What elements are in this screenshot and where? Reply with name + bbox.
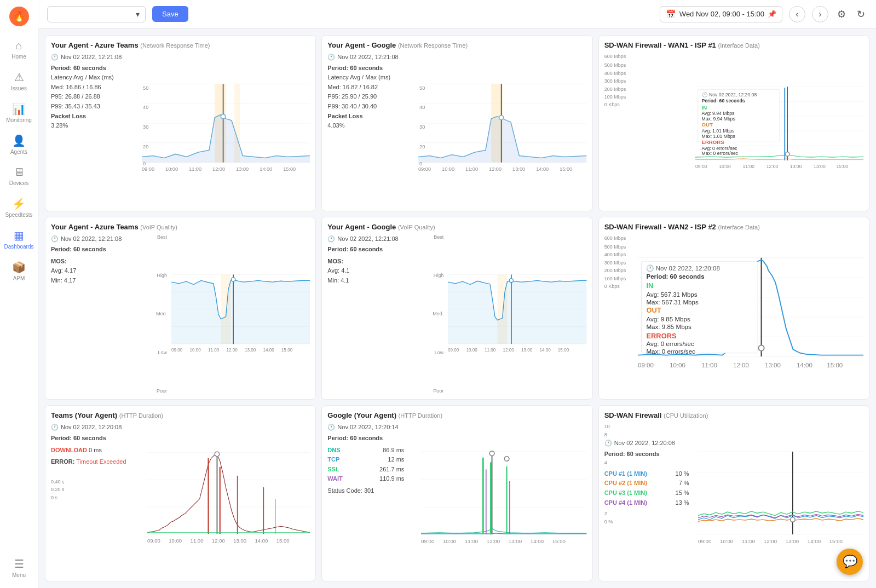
svg-text:40: 40 <box>143 105 148 110</box>
card-stats: 🕐Nov 02 2022, 12:21:08 Period: 60 second… <box>327 53 415 205</box>
y-label-100: 100 Mbps <box>604 275 635 283</box>
svg-text:10:00: 10:00 <box>443 539 457 545</box>
stat-cpu1: CPU #1 (1 MIN)10 % <box>604 469 689 479</box>
svg-text:15:00: 15:00 <box>836 164 848 169</box>
card-teams-http: Teams (Your Agent) (HTTP Duration) 🕐Nov … <box>45 405 316 581</box>
sidebar-item-monitoring[interactable]: 📊 Monitoring <box>2 98 36 128</box>
svg-text:09:00: 09:00 <box>418 166 431 172</box>
sidebar-label-dashboards: Dashboards <box>4 244 34 250</box>
prev-button[interactable]: ‹ <box>789 6 805 22</box>
stat-cpu2: CPU #2 (1 MIN)7 % <box>604 479 689 488</box>
svg-text:10:00: 10:00 <box>189 347 201 352</box>
card-body: 🕐Nov 02 2022, 12:20:14 Period: 60 second… <box>327 423 586 575</box>
sidebar-item-devices[interactable]: 🖥 Devices <box>2 162 36 191</box>
chart-with-y: Best High Med. Low Poor <box>429 234 586 394</box>
svg-text:Max: 9.85 Mbps: Max: 9.85 Mbps <box>646 324 691 330</box>
sidebar-menu-label: Menu <box>12 572 26 578</box>
y-label-0: 0 Kbps <box>604 101 692 108</box>
stat-cpu4: CPU #4 (1 MIN)13 % <box>604 498 689 508</box>
card-sdwan-wan2: SD-WAN Firewall - WAN2 - ISP #2 (Interfa… <box>598 217 869 400</box>
svg-text:12:00: 12:00 <box>226 347 238 352</box>
card-sdwan-wan1: SD-WAN Firewall - WAN1 - ISP #1 (Interfa… <box>598 35 869 211</box>
stat-mos: MOS: <box>51 257 149 267</box>
stat-p99: P99: 30.40 / 30.40 <box>327 102 415 112</box>
stat-y-04: 0.40 s <box>51 478 144 486</box>
stat-med: Med: 16.86 / 16.86 <box>51 83 139 93</box>
stat-timestamp: 🕐Nov 02 2022, 12:21:08 <box>327 234 426 244</box>
svg-text:09:00: 09:00 <box>695 164 707 169</box>
svg-text:14:00: 14:00 <box>536 166 549 172</box>
stat-status: Status Code: 301 <box>327 486 418 496</box>
svg-text:09:00: 09:00 <box>142 166 154 172</box>
dashboard-select[interactable]: ▾ <box>47 6 146 22</box>
chart-svg: 09:00 10:00 11:00 12:00 13:00 14:00 15:0… <box>448 234 586 394</box>
stat-dns: DNS86.9 ms <box>327 446 404 456</box>
chart-svg: 09:00 10:00 11:00 12:00 13:00 14:00 15:0… <box>421 423 586 575</box>
svg-text:09:00: 09:00 <box>421 539 435 545</box>
sidebar-item-speedtests[interactable]: ⚡ Speedtests <box>2 193 36 222</box>
stat-download-val: 0 ms <box>89 447 102 453</box>
chart-area: 09:00 10:00 11:00 12:00 13:00 14:00 15:0… <box>421 423 586 575</box>
stat-p95: P95: 25.90 / 25.90 <box>327 92 415 102</box>
chat-button[interactable]: 💬 <box>837 549 863 575</box>
stat-mos: MOS: <box>327 257 426 267</box>
sidebar-item-issues[interactable]: ⚠ Issues <box>2 66 36 96</box>
chart-area: 50 40 30 20 0 09:00 10:00 11:00 12:00 13… <box>418 53 586 205</box>
y-label-8: 8 <box>604 431 695 439</box>
pin-icon: 📌 <box>768 10 776 18</box>
svg-text:🔥: 🔥 <box>13 10 26 22</box>
svg-point-160 <box>490 451 495 456</box>
dashboards-icon: ▦ <box>14 229 24 242</box>
stat-period: Period: 60 seconds <box>327 64 415 73</box>
next-button[interactable]: › <box>812 6 828 22</box>
card-subtitle: (HTTP Duration) <box>119 412 163 419</box>
sidebar-item-apm[interactable]: 📦 APM <box>2 256 36 286</box>
stat-y-0: 0 s <box>51 494 144 501</box>
svg-text:IN: IN <box>701 105 707 111</box>
svg-text:🕐 Nov 02 2022, 12:20:08: 🕐 Nov 02 2022, 12:20:08 <box>646 264 719 272</box>
svg-text:10:00: 10:00 <box>442 166 454 172</box>
datetime-range[interactable]: 📅 Wed Nov 02, 09:00 - 15:00 📌 <box>660 6 782 22</box>
save-button[interactable]: Save <box>152 6 188 22</box>
card-google-nrt: Your Agent - Google (Network Response Ti… <box>321 35 592 211</box>
sidebar-item-agents[interactable]: 👤 Agents <box>2 130 36 159</box>
svg-text:Max: 9.94 Mbps: Max: 9.94 Mbps <box>701 116 735 122</box>
svg-text:Period: 60 seconds: Period: 60 seconds <box>701 98 745 103</box>
y-label-600: 600 Mbps <box>604 53 692 60</box>
svg-text:11:00: 11:00 <box>742 164 754 169</box>
svg-text:11:00: 11:00 <box>189 166 201 172</box>
apm-icon: 📦 <box>12 261 26 274</box>
stat-download-row: DOWNLOAD 0 ms <box>51 446 144 456</box>
sidebar-item-dashboards[interactable]: ▦ Dashboards <box>2 224 36 254</box>
refresh-button[interactable]: ↻ <box>855 6 867 22</box>
svg-text:14:00: 14:00 <box>807 539 821 545</box>
svg-text:13:00: 13:00 <box>236 166 249 172</box>
mos-y-axis: Best High Med. Low Poor <box>429 234 446 394</box>
svg-text:11:00: 11:00 <box>485 347 496 352</box>
svg-text:12:00: 12:00 <box>764 539 777 545</box>
settings-button[interactable]: ⚙ <box>835 6 848 22</box>
svg-text:ERRORS: ERRORS <box>646 331 676 339</box>
app-logo: 🔥 <box>8 5 30 27</box>
svg-point-97 <box>510 278 514 282</box>
svg-text:50: 50 <box>143 85 148 91</box>
card-stats: 🕐Nov 02 2022, 12:21:08 Period: 60 second… <box>327 234 426 394</box>
chart-svg: 50 40 30 20 0 09:00 10:00 11:00 12:00 13… <box>418 53 586 205</box>
y-label-400: 400 Mbps <box>604 70 692 77</box>
chart-area: 09:00 10:00 11:00 12:00 13:00 14:00 15:0… <box>147 423 310 575</box>
card-stats: 🕐Nov 02 2022, 12:21:08 Period: 60 second… <box>51 234 149 394</box>
chart-area: 50 40 30 20 0 09:00 10:00 <box>142 53 310 205</box>
svg-text:14:00: 14:00 <box>260 166 272 172</box>
sidebar-menu[interactable]: ☰ Menu <box>2 553 36 583</box>
stat-packetloss-header: Packet Loss <box>51 112 139 122</box>
svg-text:30: 30 <box>143 124 148 130</box>
card-title-text: Your Agent - Google <box>327 41 396 49</box>
sidebar-item-home[interactable]: ⌂ Home <box>2 35 36 64</box>
agents-icon: 👤 <box>12 134 26 147</box>
svg-text:14:00: 14:00 <box>797 361 812 368</box>
card-title: Your Agent - Google (VoIP Quality) <box>327 223 586 231</box>
svg-text:15:00: 15:00 <box>827 361 843 368</box>
stat-period: Period: 60 seconds <box>51 434 144 443</box>
card-title-text: SD-WAN Firewall <box>604 411 662 419</box>
stat-timestamp: 🕐Nov 02 2022, 12:20:08 <box>604 439 695 448</box>
